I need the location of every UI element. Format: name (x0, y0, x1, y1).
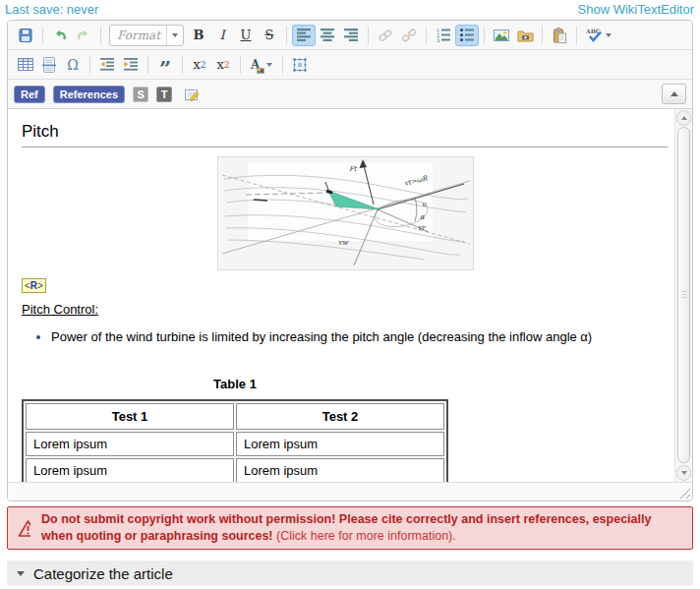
outdent-icon (99, 57, 115, 72)
indent-button[interactable] (119, 54, 143, 76)
format-select[interactable]: Format (109, 25, 184, 46)
undo-button[interactable] (48, 25, 72, 46)
editor-content-wrap: Pitch (8, 109, 692, 482)
horizontal-rule-button[interactable] (37, 54, 61, 76)
save-icon (18, 28, 33, 43)
table-row: Lorem ipsum Lorem ipsum (26, 432, 444, 456)
toolbar-separator (484, 27, 485, 44)
insert-table-button[interactable] (14, 54, 37, 76)
toolbar-separator (147, 56, 148, 74)
superscript-button[interactable]: x2 (211, 54, 235, 76)
scrollbar-thumb[interactable] (677, 127, 690, 463)
outdent-button[interactable] (95, 54, 119, 76)
collapse-toolbar-button[interactable] (662, 84, 686, 104)
subscript-button[interactable]: x2 (188, 54, 211, 76)
references-placeholder-badge[interactable]: <R> (22, 278, 46, 293)
toolbar-row-1: Format B I U S (8, 21, 692, 50)
s-tag-button[interactable]: S (133, 87, 148, 102)
table-cell[interactable]: Lorem ipsum (236, 458, 444, 482)
pitch-diagram: Ft vt=ωR υ α vr vw (218, 157, 473, 266)
bulleted-list-icon (459, 28, 475, 42)
content-table: Test 1 Test 2 Lorem ipsum Lorem ipsum Lo… (22, 399, 448, 482)
show-wikitext-editor-link[interactable]: Show WikiTextEditor (578, 2, 694, 17)
warning-info-link[interactable]: (Click here for more information). (276, 529, 456, 543)
paste-button[interactable] (548, 25, 571, 46)
chevron-down-icon (266, 63, 272, 67)
chevron-down-icon (166, 26, 183, 45)
content-scrollbar[interactable] (674, 109, 692, 482)
superscript-base: x (216, 57, 223, 72)
paste-icon (552, 28, 567, 43)
toolbar-separator (282, 56, 283, 74)
table-cell[interactable]: Lorem ipsum (26, 458, 234, 482)
categorize-section-header[interactable]: Categorize the article (7, 560, 693, 586)
numbered-list-button[interactable]: 123 (432, 25, 455, 46)
unlink-button[interactable] (397, 25, 421, 46)
pitch-diagram-image[interactable]: Ft vt=ωR υ α vr vw (217, 156, 474, 270)
horizontal-rule-icon (41, 57, 57, 73)
editor-bottom-bar (8, 482, 692, 501)
toolbar-row-3: Ref References S T (8, 80, 692, 109)
label-upsilon: υ (422, 201, 427, 208)
iframe-button[interactable] (288, 54, 312, 76)
triangle-up-icon (681, 116, 687, 120)
label-vw: vw (338, 239, 349, 247)
pitch-control-label: Pitch Control: (22, 302, 669, 317)
underline-button[interactable]: U (234, 25, 258, 46)
special-char-button[interactable]: Ω (61, 54, 85, 76)
toolbar-separator (368, 27, 369, 44)
scrollbar-down-button[interactable] (676, 465, 691, 481)
table-cell[interactable]: Lorem ipsum (236, 432, 444, 456)
editor-content[interactable]: Pitch (8, 109, 674, 482)
text-color-button[interactable]: A (246, 54, 277, 76)
toolbar-row-2: Ω ” x2 x2 A (8, 50, 692, 80)
subscript-base: x (193, 57, 200, 72)
redo-icon (76, 28, 91, 43)
toolbar-separator (426, 27, 427, 44)
blockquote-button[interactable]: ” (153, 54, 177, 76)
strikethrough-button[interactable]: S (258, 25, 281, 46)
table-cell[interactable]: Lorem ipsum (26, 432, 234, 456)
save-button[interactable] (14, 25, 37, 46)
ref-button[interactable]: Ref (14, 86, 45, 103)
categorize-label: Categorize the article (33, 565, 173, 582)
table-row: Lorem ipsum Lorem ipsum (26, 458, 444, 482)
numbered-list-icon: 123 (436, 28, 451, 42)
insert-image-button[interactable] (490, 25, 513, 46)
t-tag-button[interactable]: T (156, 87, 172, 102)
indent-icon (123, 57, 139, 72)
scrollbar-up-button[interactable] (676, 110, 691, 126)
align-left-icon (297, 29, 312, 41)
media-browser-icon (517, 28, 534, 43)
spellcheck-button[interactable]: ABC (582, 25, 615, 46)
toolbar-separator (240, 56, 241, 74)
toolbar-separator (42, 27, 43, 44)
toolbar-separator (576, 27, 577, 44)
signature-button[interactable] (180, 84, 204, 105)
media-browser-button[interactable] (513, 25, 537, 46)
wysiwyg-editor: Format B I U S (7, 20, 693, 501)
redo-button[interactable] (72, 25, 95, 46)
bulleted-list-button[interactable] (455, 25, 479, 46)
align-left-button[interactable] (292, 25, 316, 46)
link-button[interactable] (374, 25, 397, 46)
table-header-cell[interactable]: Test 2 (236, 403, 444, 430)
align-right-button[interactable] (339, 25, 363, 46)
bold-button[interactable]: B (187, 25, 210, 46)
resize-grip[interactable] (677, 486, 690, 499)
toolbar-separator (542, 27, 543, 44)
table-header-cell[interactable]: Test 1 (26, 403, 234, 430)
last-save-link[interactable]: Last save: never (5, 2, 98, 17)
italic-button[interactable]: I (210, 25, 234, 46)
format-select-label: Format (110, 29, 166, 42)
top-links-bar: Last save: never Show WikiTextEditor (0, 0, 700, 20)
references-button[interactable]: References (53, 86, 125, 103)
align-center-button[interactable] (316, 25, 339, 46)
toolbar-separator (100, 27, 101, 44)
article-heading: Pitch (22, 122, 669, 147)
superscript-digit: 2 (224, 60, 230, 70)
label-ft: Ft (349, 165, 358, 173)
triangle-down-icon (17, 571, 25, 576)
image-icon (494, 28, 509, 43)
table-caption: Table 1 (22, 377, 448, 391)
